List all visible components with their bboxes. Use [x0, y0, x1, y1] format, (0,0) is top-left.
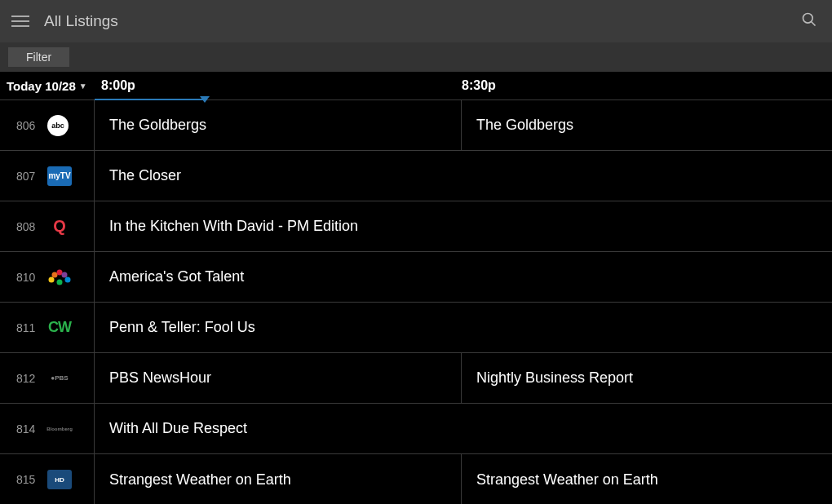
svg-line-1: [812, 22, 816, 26]
program-cell[interactable]: Nightly Business Report: [462, 353, 832, 403]
channel-number: 815: [16, 473, 47, 486]
channel-cell[interactable]: 811CW: [0, 303, 95, 352]
channel-number: 810: [16, 271, 47, 284]
listings-grid: 806abcThe GoldbergsThe Goldbergs807myTVT…: [0, 99, 832, 504]
channel-row: 812●PBSPBS NewsHourNightly Business Repo…: [0, 353, 832, 404]
channel-row: 806abcThe GoldbergsThe Goldbergs: [0, 100, 832, 151]
channel-logo-bloom: Bloomberg: [47, 419, 72, 439]
channel-row: 815HDStrangest Weather on EarthStrangest…: [0, 454, 832, 504]
svg-point-3: [52, 272, 58, 277]
program-cell[interactable]: Strangest Weather on Earth: [95, 454, 462, 504]
filter-bar: Filter: [0, 42, 832, 72]
date-picker[interactable]: Today 10/28 ▼: [0, 79, 95, 93]
program-cell[interactable]: The Goldbergs: [95, 100, 462, 150]
channel-row: 808QIn the Kitchen With David - PM Editi…: [0, 201, 832, 252]
page-title: All Listings: [44, 12, 798, 30]
now-indicator: [95, 99, 205, 100]
program-cell[interactable]: America's Got Talent: [95, 252, 832, 302]
time-slot-2: 8:30p: [462, 78, 829, 93]
program-cell[interactable]: With All Due Respect: [95, 404, 832, 453]
chevron-down-icon: ▼: [79, 82, 87, 91]
channel-logo-cw: CW: [47, 318, 72, 338]
menu-icon[interactable]: [11, 12, 29, 30]
program-cell[interactable]: The Closer: [95, 151, 832, 201]
svg-point-7: [57, 279, 63, 285]
channel-cell[interactable]: 814Bloomberg: [0, 404, 95, 453]
channel-number: 807: [16, 170, 47, 183]
filter-button[interactable]: Filter: [8, 47, 69, 67]
channel-row: 814BloombergWith All Due Respect: [0, 404, 832, 454]
channel-cell[interactable]: 806abc: [0, 100, 95, 150]
time-slot-1: 8:00p: [95, 78, 462, 93]
svg-point-5: [62, 272, 68, 277]
channel-logo-nbc: [47, 267, 72, 287]
program-cell[interactable]: The Goldbergs: [462, 100, 832, 150]
channel-cell[interactable]: 808Q: [0, 201, 95, 251]
svg-point-0: [803, 14, 813, 24]
svg-point-2: [49, 276, 55, 282]
channel-cell[interactable]: 810: [0, 252, 95, 302]
channel-number: 814: [16, 422, 47, 435]
channel-logo-mytv: myTV: [47, 166, 72, 186]
channel-cell[interactable]: 815HD: [0, 454, 95, 504]
channel-row: 810America's Got Talent: [0, 252, 832, 303]
program-cell[interactable]: Strangest Weather on Earth: [462, 454, 832, 504]
channel-row: 811CWPenn & Teller: Fool Us: [0, 303, 832, 353]
svg-point-4: [57, 269, 63, 275]
channel-number: 812: [16, 372, 47, 385]
channel-logo-hd: HD: [47, 470, 72, 489]
search-icon[interactable]: [798, 8, 821, 34]
channel-number: 808: [16, 220, 47, 233]
program-cell[interactable]: PBS NewsHour: [95, 353, 462, 403]
channel-cell[interactable]: 807myTV: [0, 151, 95, 201]
date-label: Today 10/28: [7, 79, 76, 93]
channel-logo-q: Q: [47, 217, 72, 237]
channel-logo-abc: abc: [47, 115, 69, 136]
channel-number: 811: [16, 321, 47, 334]
channel-row: 807myTVThe Closer: [0, 151, 832, 201]
program-cell[interactable]: Penn & Teller: Fool Us: [95, 303, 832, 352]
channel-cell[interactable]: 812●PBS: [0, 353, 95, 403]
app-header: All Listings: [0, 0, 832, 42]
channel-number: 806: [16, 119, 47, 132]
svg-point-6: [65, 276, 71, 282]
channel-logo-pbs: ●PBS: [47, 369, 72, 388]
time-header: Today 10/28 ▼ 8:00p 8:30p: [0, 72, 832, 99]
program-cell[interactable]: In the Kitchen With David - PM Edition: [95, 201, 832, 251]
